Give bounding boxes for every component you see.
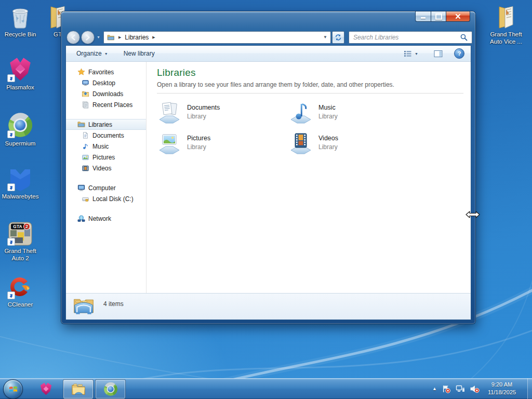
desktop-icon-gta-vice[interactable]: Grand Theft Auto Vice ... bbox=[486, 3, 526, 46]
desktop-icon-plasmafox[interactable]: Plasmafox bbox=[0, 56, 41, 91]
sidebar-item-pictures[interactable]: Pictures bbox=[66, 152, 146, 163]
videos-library-icon bbox=[288, 131, 313, 155]
svg-text:2: 2 bbox=[25, 224, 28, 229]
sidebar-item-music[interactable]: Music bbox=[66, 141, 146, 152]
items-view: Libraries Open a library to see your fil… bbox=[147, 62, 471, 293]
breadcrumb-arrow-icon[interactable]: ▶ bbox=[118, 35, 121, 39]
navigation-pane: Favorites Desktop Downloads bbox=[66, 62, 147, 293]
address-dropdown-icon[interactable]: ▼ bbox=[323, 35, 327, 39]
desktop-icon-label: CCleaner bbox=[0, 301, 41, 308]
minimize-icon bbox=[421, 17, 425, 19]
shortcut-arrow-badge bbox=[7, 183, 15, 191]
sidebar-item-favorites[interactable]: Favorites bbox=[66, 66, 146, 77]
document-icon bbox=[81, 131, 89, 140]
desktop-icon-recycle-bin[interactable]: Recycle Bin bbox=[0, 3, 41, 38]
refresh-button[interactable] bbox=[332, 31, 344, 44]
help-icon: ? bbox=[458, 50, 461, 57]
library-item-documents[interactable]: Documents Library bbox=[157, 100, 282, 124]
library-name: Music bbox=[318, 104, 338, 111]
shortcut-arrow-badge bbox=[7, 74, 15, 82]
volume-muted-icon[interactable] bbox=[470, 384, 480, 393]
desktop-icon-ccleaner[interactable]: CCleaner bbox=[0, 273, 41, 308]
sidebar-label: Libraries bbox=[88, 121, 112, 128]
desktop-icon-malwarebytes[interactable]: Malwarebytes bbox=[0, 165, 41, 200]
library-kind: Library bbox=[318, 113, 338, 120]
documents-library-icon bbox=[157, 100, 182, 124]
sidebar-label: Recent Places bbox=[92, 101, 132, 109]
svg-text:GTA: GTA bbox=[13, 224, 22, 229]
forward-button[interactable] bbox=[81, 31, 95, 44]
clock-date: 11/18/2025 bbox=[484, 389, 520, 396]
sidebar-item-documents[interactable]: Documents bbox=[66, 130, 146, 141]
new-library-button[interactable]: New library bbox=[119, 48, 159, 59]
library-item-music[interactable]: Music Library bbox=[288, 100, 413, 124]
desktop-icon-label: Malwarebytes bbox=[0, 193, 41, 200]
sidebar-item-desktop[interactable]: Desktop bbox=[66, 77, 146, 88]
computer-icon bbox=[77, 184, 85, 192]
status-bar: 4 items bbox=[66, 293, 471, 320]
preview-pane-button[interactable] bbox=[430, 48, 447, 60]
taskbar-explorer-button[interactable] bbox=[63, 379, 94, 399]
breadcrumb-libraries[interactable]: Libraries bbox=[125, 34, 149, 41]
taskbar-clock[interactable]: 9:20 AM 11/18/2025 bbox=[484, 381, 520, 396]
sidebar-item-local-disk-c[interactable]: Local Disk (C:) bbox=[66, 193, 146, 204]
new-library-label: New library bbox=[124, 50, 155, 57]
shortcut-arrow-badge bbox=[7, 130, 15, 138]
search-box[interactable]: Search Libraries bbox=[349, 31, 472, 44]
library-name: Videos bbox=[318, 135, 338, 142]
library-kind: Library bbox=[187, 113, 220, 120]
search-icon[interactable] bbox=[460, 34, 468, 41]
taskbar-supermium-button[interactable] bbox=[95, 379, 126, 399]
sidebar-label: Local Disk (C:) bbox=[92, 195, 134, 203]
plasmafox-icon bbox=[0, 56, 41, 82]
library-kind: Library bbox=[187, 143, 210, 151]
music-note-icon bbox=[81, 142, 89, 151]
page-title: Libraries bbox=[157, 67, 463, 78]
sidebar-item-recent-places[interactable]: Recent Places bbox=[66, 99, 146, 110]
desktop-icon-supermium[interactable]: Supermium bbox=[0, 112, 41, 147]
window-caption-buttons bbox=[415, 11, 470, 22]
back-button[interactable] bbox=[66, 31, 80, 44]
library-item-videos[interactable]: Videos Library bbox=[288, 131, 413, 155]
explorer-window: ▼ ▶ Libraries ▶ ▼ Search Libraries bbox=[61, 11, 475, 324]
music-library-icon bbox=[288, 100, 313, 124]
organize-button[interactable]: Organize ▼ bbox=[72, 48, 112, 59]
desktop-icon bbox=[81, 79, 89, 87]
windows-logo-icon bbox=[8, 384, 18, 394]
action-center-flag-icon[interactable] bbox=[442, 384, 451, 393]
desktop-icon-label: Grand Theft Auto 2 bbox=[0, 247, 41, 262]
libraries-folder-icon bbox=[72, 295, 95, 318]
help-button[interactable]: ? bbox=[454, 48, 464, 59]
sidebar-label: Videos bbox=[92, 165, 111, 172]
breadcrumb-arrow-icon[interactable]: ▶ bbox=[152, 35, 155, 39]
sidebar-item-computer[interactable]: Computer bbox=[66, 182, 146, 193]
network-status-icon[interactable] bbox=[456, 384, 465, 393]
taskbar-plasmafox-icon[interactable] bbox=[38, 381, 53, 396]
minimize-button[interactable] bbox=[415, 11, 431, 22]
window-client-area: Organize ▼ New library ▼ bbox=[66, 46, 471, 320]
film-icon bbox=[81, 164, 89, 172]
item-count: 4 items bbox=[103, 300, 124, 308]
start-button[interactable] bbox=[3, 379, 23, 399]
sidebar-item-network[interactable]: Network bbox=[66, 213, 146, 224]
organize-caret-icon: ▼ bbox=[104, 52, 108, 56]
address-bar[interactable]: ▶ Libraries ▶ ▼ bbox=[103, 31, 331, 44]
sidebar-item-libraries[interactable]: Libraries bbox=[66, 119, 146, 130]
sidebar-item-videos[interactable]: Videos bbox=[66, 163, 146, 174]
show-desktop-button[interactable] bbox=[527, 378, 532, 399]
recent-pages-caret-icon[interactable]: ▼ bbox=[97, 35, 100, 39]
maximize-button[interactable] bbox=[431, 11, 446, 22]
change-view-button[interactable]: ▼ bbox=[400, 48, 422, 59]
open-folder-icon bbox=[486, 3, 526, 29]
maximize-icon bbox=[435, 14, 442, 20]
picture-icon bbox=[81, 153, 89, 162]
sidebar-item-downloads[interactable]: Downloads bbox=[66, 88, 146, 99]
show-hidden-icons-button[interactable]: ▲ bbox=[432, 386, 437, 391]
command-bar: Organize ▼ New library ▼ bbox=[66, 46, 471, 62]
desktop-icon-gta2[interactable]: GTA 2 Grand Theft Auto 2 bbox=[0, 220, 41, 262]
views-caret-icon: ▼ bbox=[415, 52, 418, 56]
library-item-pictures[interactable]: Pictures Library bbox=[157, 131, 282, 155]
back-arrow-icon bbox=[70, 34, 76, 41]
close-button[interactable] bbox=[446, 11, 470, 22]
downloads-icon bbox=[81, 90, 89, 98]
